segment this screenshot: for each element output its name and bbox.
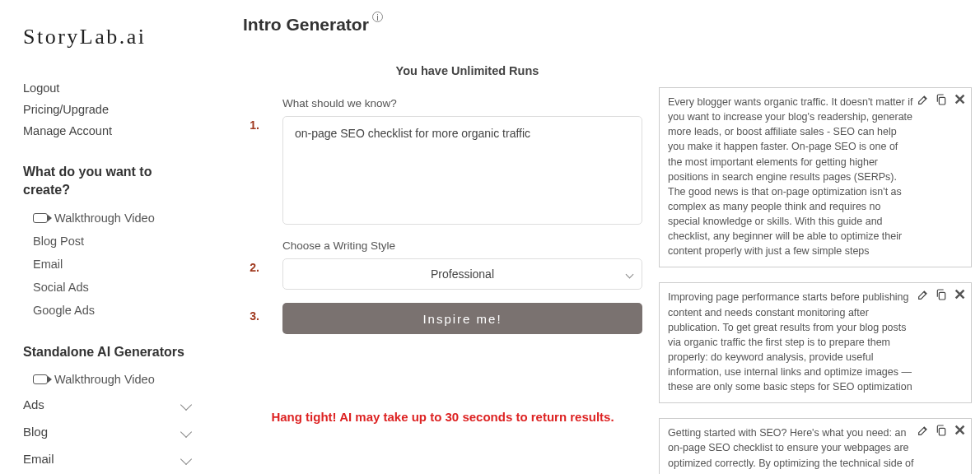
sidebar-heading-create: What do you want to create? xyxy=(23,163,195,200)
style-select[interactable]: Professional xyxy=(282,258,642,290)
sidebar-item-blog-post[interactable]: Blog Post xyxy=(23,230,195,253)
prompt-label: What should we know? xyxy=(282,97,642,109)
edit-icon[interactable] xyxy=(917,93,930,106)
step-number-2: 2. xyxy=(243,239,259,274)
copy-icon[interactable] xyxy=(935,93,948,106)
video-icon xyxy=(33,374,48,384)
svg-rect-0 xyxy=(939,97,945,105)
result-card: ✕ Getting started with SEO? Here's what … xyxy=(659,418,972,474)
sidebar-item-walkthrough-video-2[interactable]: Walkthrough Video xyxy=(23,368,195,391)
edit-icon[interactable] xyxy=(917,288,930,301)
close-icon[interactable]: ✕ xyxy=(953,288,966,301)
close-icon[interactable]: ✕ xyxy=(953,93,966,106)
results-column: ✕ Every blogger wants organic traffic. I… xyxy=(659,15,972,474)
info-icon[interactable]: i xyxy=(372,12,383,22)
sidebar-item-label: Blog Post xyxy=(33,235,84,248)
sidebar-item-social-ads[interactable]: Social Ads xyxy=(23,276,195,299)
sidebar-link-logout[interactable]: Logout xyxy=(23,77,195,99)
sidebar-collapse-ads[interactable]: Ads xyxy=(23,391,195,418)
form-column: Intro Generator i You have Unlimited Run… xyxy=(243,15,642,474)
result-card: ✕ Improving page performance starts befo… xyxy=(659,282,972,403)
sidebar: StoryLab.ai Logout Pricing/Upgrade Manag… xyxy=(0,0,218,474)
chevron-down-icon xyxy=(180,399,192,411)
result-card: ✕ Every blogger wants organic traffic. I… xyxy=(659,87,972,267)
chevron-down-icon xyxy=(180,426,192,438)
collapse-label: Blog xyxy=(23,425,48,439)
collapse-label: Ads xyxy=(23,397,44,411)
edit-icon[interactable] xyxy=(917,424,930,437)
step-number-1: 1. xyxy=(243,97,259,132)
page-title: Intro Generator xyxy=(243,15,369,35)
sidebar-link-pricing[interactable]: Pricing/Upgrade xyxy=(23,99,195,120)
sidebar-collapse-email[interactable]: Email xyxy=(23,445,195,472)
collapse-label: Email xyxy=(23,452,54,466)
logo: StoryLab.ai xyxy=(23,25,195,49)
chevron-down-icon xyxy=(180,453,192,465)
sidebar-link-manage-account[interactable]: Manage Account xyxy=(23,120,195,142)
style-label: Choose a Writing Style xyxy=(282,239,642,252)
sidebar-item-label: Google Ads xyxy=(33,304,95,317)
copy-icon[interactable] xyxy=(935,288,948,301)
sidebar-item-email[interactable]: Email xyxy=(23,253,195,276)
svg-rect-2 xyxy=(939,429,945,436)
result-text: Every blogger wants organic traffic. It … xyxy=(668,95,963,258)
sidebar-item-walkthrough-video[interactable]: Walkthrough Video xyxy=(23,207,195,230)
sidebar-item-label: Walkthrough Video xyxy=(54,211,155,225)
sidebar-item-label: Walkthrough Video xyxy=(54,373,155,386)
video-icon xyxy=(33,213,48,223)
sidebar-heading-standalone: Standalone AI Generators xyxy=(23,343,195,361)
waiting-message: Hang tight! AI may take up to 30 seconds… xyxy=(243,408,642,427)
sidebar-item-label: Social Ads xyxy=(33,281,89,294)
sidebar-item-google-ads[interactable]: Google Ads xyxy=(23,299,195,322)
runs-notice: You have Unlimited Runs xyxy=(292,64,642,77)
copy-icon[interactable] xyxy=(935,424,948,437)
result-text: Improving page performance starts before… xyxy=(668,290,963,394)
inspire-button[interactable]: Inspire me! xyxy=(282,303,642,334)
prompt-input[interactable] xyxy=(282,116,642,225)
step-number-3: 3. xyxy=(243,301,259,323)
sidebar-item-label: Email xyxy=(33,258,63,271)
svg-rect-1 xyxy=(939,293,945,300)
main: Intro Generator i You have Unlimited Run… xyxy=(218,0,980,474)
sidebar-collapse-blog[interactable]: Blog xyxy=(23,418,195,445)
close-icon[interactable]: ✕ xyxy=(953,424,966,437)
